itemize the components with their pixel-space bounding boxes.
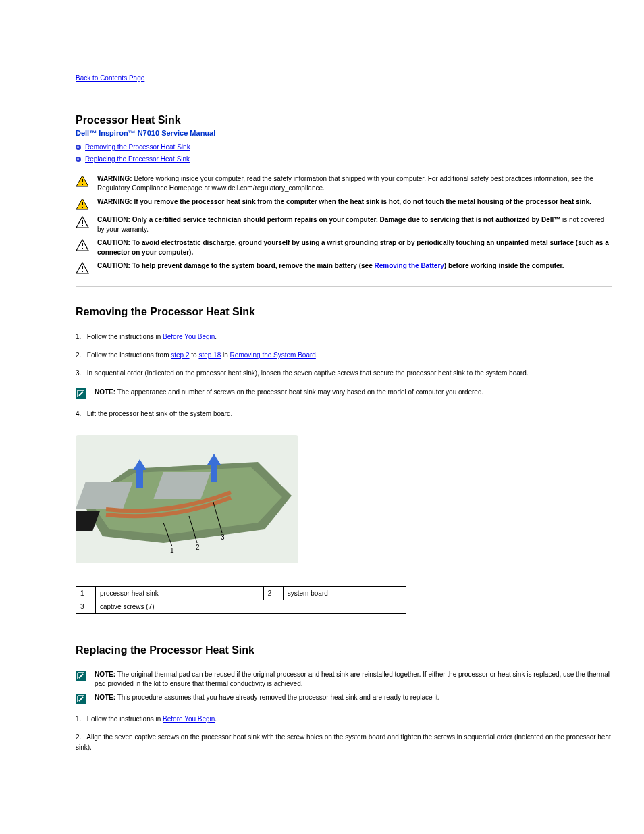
warning-text: Before working inside your computer, rea… — [97, 175, 593, 192]
callout-num: 3 — [76, 600, 96, 614]
caution-text-after: ) before working inside the computer. — [444, 262, 564, 269]
step-item: 4. Lift the processor heat sink off the … — [76, 409, 612, 419]
svg-rect-1 — [82, 179, 83, 182]
toc: Removing the Processor Heat Sink Replaci… — [76, 141, 612, 165]
callout-desc: system board — [283, 587, 406, 600]
warning-icon — [76, 175, 89, 188]
svg-text:2: 2 — [196, 544, 200, 551]
warning-icon — [76, 198, 89, 211]
table-row: 3 captive screws (7) — [76, 600, 406, 614]
warning-notice: WARNING: If you remove the processor hea… — [76, 197, 612, 211]
svg-rect-18 — [76, 482, 133, 509]
table-row: 1 processor heat sink 2 system board — [76, 587, 406, 600]
heatsink-image: 1 2 3 — [76, 435, 298, 563]
manual-title: Processor Heat Sink Dell™ Inspiron™ N701… — [76, 114, 612, 137]
svg-rect-13 — [82, 266, 83, 269]
step-item: 1. Follow the instructions in Before You… — [76, 714, 612, 724]
warning-label: WARNING: — [97, 175, 132, 182]
svg-text:3: 3 — [221, 533, 225, 541]
caution-icon — [76, 216, 89, 230]
steps-list: 1. Follow the instructions in Before You… — [76, 714, 612, 752]
caution-icon — [76, 262, 89, 276]
warning-notice: WARNING: Before working inside your comp… — [76, 174, 612, 193]
caution-link[interactable]: Removing the Battery — [374, 262, 444, 269]
svg-marker-22 — [207, 454, 221, 465]
page-content: Back to Contents Page Processor Heat Sin… — [0, 0, 644, 787]
note-text: The original thermal pad can be reused i… — [95, 671, 610, 687]
svg-rect-5 — [82, 207, 83, 208]
svg-rect-10 — [82, 243, 83, 246]
step-link[interactable]: Before You Begin — [163, 333, 215, 340]
page-title: Processor Heat Sink — [76, 114, 612, 126]
note-label: NOTE: — [95, 388, 115, 396]
note-label: NOTE: — [95, 671, 115, 678]
warning-text: If you remove the processor heat sink fr… — [134, 198, 591, 205]
caution-label: CAUTION: — [97, 239, 130, 246]
step-item: 2. Align the seven captive screws on the… — [76, 732, 612, 752]
note-icon — [76, 694, 86, 706]
divider — [76, 286, 612, 287]
steps-list: 1. Follow the instructions in Before You… — [76, 332, 612, 378]
toc-item-replace: Replacing the Processor Heat Sink — [76, 153, 612, 165]
svg-rect-4 — [82, 202, 83, 205]
caution-text: To avoid electrostatic discharge, ground… — [97, 239, 609, 256]
step-link[interactable]: Removing the System Board — [230, 351, 316, 359]
caution-notice: CAUTION: To help prevent damage to the s… — [76, 261, 612, 276]
caution-text-before: To help prevent damage to the system boa… — [132, 262, 375, 269]
note-notice: NOTE: The original thermal pad can be re… — [76, 670, 612, 689]
back-to-contents-link[interactable]: Back to Contents Page — [76, 74, 144, 82]
step-link[interactable]: step 2 — [171, 351, 189, 359]
toc-link-replace[interactable]: Replacing the Processor Heat Sink — [85, 153, 190, 165]
note-text: This procedure assumes that you have alr… — [117, 694, 439, 701]
toc-link-remove[interactable]: Removing the Processor Heat Sink — [85, 141, 190, 153]
warning-label: WARNING: — [97, 198, 132, 205]
svg-rect-7 — [82, 220, 83, 224]
step-link[interactable]: Before You Begin — [163, 715, 215, 723]
svg-rect-2 — [82, 184, 83, 185]
step-item: 3. In sequential order (indicated on the… — [76, 368, 612, 378]
callout-table: 1 processor heat sink 2 system board 3 c… — [76, 586, 406, 614]
bullet-icon — [76, 157, 81, 162]
callout-num: 2 — [263, 587, 283, 600]
caution-notice: CAUTION: To avoid electrostatic discharg… — [76, 238, 612, 257]
note-icon — [76, 388, 86, 400]
section-heading-remove: Removing the Processor Heat Sink — [76, 306, 612, 318]
toc-item-remove: Removing the Processor Heat Sink — [76, 141, 612, 153]
step-link[interactable]: step 18 — [198, 351, 221, 359]
caution-text: Only a certified service technician shou… — [132, 216, 561, 224]
caution-label: CAUTION: — [97, 262, 130, 269]
svg-text:1: 1 — [170, 547, 174, 554]
divider — [76, 625, 612, 625]
section-heading-replace: Replacing the Processor Heat Sink — [76, 644, 612, 656]
step-item: 1. Follow the instructions in Before You… — [76, 332, 612, 342]
svg-marker-21 — [133, 459, 146, 470]
steps-list: 4. Lift the processor heat sink off the … — [76, 409, 612, 419]
step-item: 2. Follow the instructions from step 2 t… — [76, 350, 612, 360]
caution-notice: CAUTION: Only a certified service techni… — [76, 215, 612, 234]
note-notice: NOTE: The appearance and number of screw… — [76, 388, 612, 400]
note-label: NOTE: — [95, 694, 115, 701]
note-notice: NOTE: This procedure assumes that you ha… — [76, 693, 612, 706]
svg-rect-19 — [153, 472, 211, 499]
svg-rect-8 — [82, 225, 83, 226]
svg-rect-11 — [82, 248, 83, 249]
callout-desc: captive screws (7) — [96, 600, 406, 614]
note-icon — [76, 671, 86, 683]
caution-icon — [76, 239, 89, 253]
callout-num: 1 — [76, 587, 96, 600]
note-text: The appearance and number of screws on t… — [117, 388, 484, 396]
bullet-icon — [76, 145, 81, 150]
caution-label: CAUTION: — [97, 216, 130, 224]
callout-desc: processor heat sink — [96, 587, 264, 600]
svg-rect-14 — [82, 271, 83, 272]
